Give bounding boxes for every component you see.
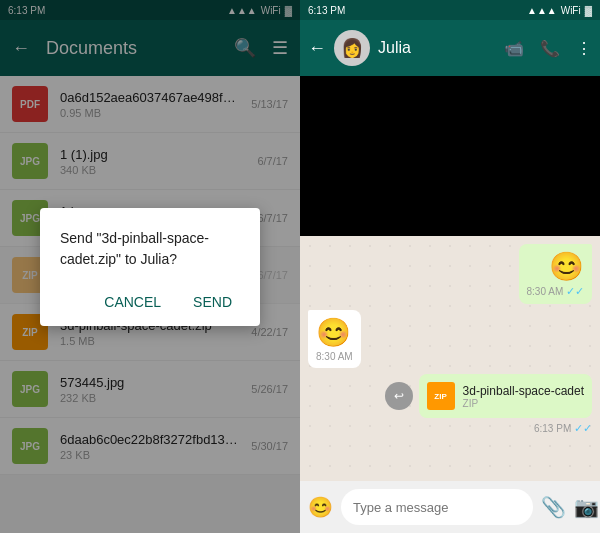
emoji-out: 😊 (527, 250, 584, 283)
file-bubble-info: 3d-pinball-space-cadet ZIP (463, 384, 584, 409)
camera-icon[interactable]: 📷 (574, 495, 599, 519)
right-panel: 6:13 PM ▲▲▲ WiFi ▓ ← 👩 Julia 📹 📞 ⋮ 😊 8:3… (300, 0, 600, 533)
zip-file-icon: ZIP (427, 382, 455, 410)
dialog-overlay: Send "3d-pinball-space-cadet.zip" to Jul… (0, 0, 300, 533)
msg-time-in: 8:30 AM (316, 351, 353, 362)
chat-input-bar: 😊 📎 📷 🎤 (300, 481, 600, 533)
send-button[interactable]: SEND (185, 290, 240, 314)
dialog-message: Send "3d-pinball-space-cadet.zip" to Jul… (60, 228, 240, 270)
send-confirm-dialog: Send "3d-pinball-space-cadet.zip" to Jul… (40, 208, 260, 326)
voice-call-icon[interactable]: 📞 (540, 39, 560, 58)
wifi-icon-right: WiFi (561, 5, 581, 16)
dialog-buttons: CANCEL SEND (60, 290, 240, 314)
file-msg-time: 6:13 PM ✓✓ (534, 422, 592, 435)
more-options-icon[interactable]: ⋮ (576, 39, 592, 58)
check-icon: ✓✓ (566, 285, 584, 297)
status-bar-right: 6:13 PM ▲▲▲ WiFi ▓ (300, 0, 600, 20)
right-header: ← 👩 Julia 📹 📞 ⋮ (300, 20, 600, 76)
forward-icon: ↩ (385, 382, 413, 410)
message-out-file: ZIP 3d-pinball-space-cadet ZIP (419, 374, 592, 418)
back-icon-right[interactable]: ← (308, 38, 326, 59)
message-input[interactable] (341, 489, 533, 525)
chat-area: 😊 8:30 AM ✓✓ 😊 8:30 AM ↩ ZIP 3d-pinball-… (300, 236, 600, 481)
signal-icon-right: ▲▲▲ (527, 5, 557, 16)
attach-icon[interactable]: 📎 (541, 495, 566, 519)
battery-icon-right: ▓ (585, 5, 592, 16)
left-panel: 6:13 PM ▲▲▲ WiFi ▓ ← Documents 🔍 ☰ PDF 0… (0, 0, 300, 533)
file-check-icon: ✓✓ (574, 422, 592, 434)
time-right: 6:13 PM (308, 5, 345, 16)
contact-name: Julia (378, 39, 496, 57)
message-in-emoji: 😊 8:30 AM (308, 310, 361, 368)
file-bubble-type: ZIP (463, 398, 584, 409)
msg-time-out: 8:30 AM ✓✓ (527, 285, 584, 298)
cancel-button[interactable]: CANCEL (96, 290, 169, 314)
message-out-emoji: 😊 8:30 AM ✓✓ (519, 244, 592, 304)
black-area (300, 76, 600, 236)
header-icons: 📹 📞 ⋮ (504, 39, 592, 58)
emoji-input-icon[interactable]: 😊 (308, 495, 333, 519)
avatar: 👩 (334, 30, 370, 66)
emoji-in: 😊 (316, 316, 353, 349)
video-call-icon[interactable]: 📹 (504, 39, 524, 58)
file-bubble-name: 3d-pinball-space-cadet (463, 384, 584, 398)
